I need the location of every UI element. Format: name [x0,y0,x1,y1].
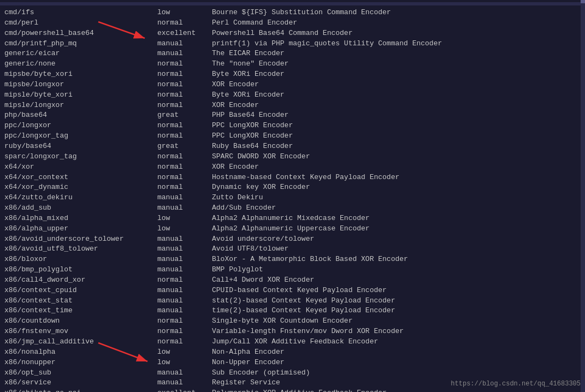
encoder-desc: Alpha2 Alphanumeric Mixedcase Encoder [212,213,581,224]
table-row: x64/zutto_dekirumanualZutto Dekiru [4,193,581,203]
encoder-rank: manual [157,265,212,275]
encoder-desc: Ruby Base64 Encoder [212,141,581,152]
encoder-name: cmd/powershell_base64 [4,28,157,39]
encoder-desc: Byte XORi Encoder [212,69,581,80]
encoder-desc: The "none" Encoder [212,59,581,69]
encoder-rank: low [157,358,212,368]
encoder-desc: Perl Command Encoder [212,18,581,28]
table-row: x64/xornormalXOR Encoder [4,162,581,173]
table-row: sparc/longxor_tagnormalSPARC DWORD XOR E… [4,152,581,162]
table-row: mipsle/longxornormalXOR Encoder [4,100,581,111]
encoder-desc: time(2)-based Context Keyed Payload Enco… [212,306,581,316]
table-row: x86/jmp_call_additivenormalJump/Call XOR… [4,337,581,347]
encoder-rank: manual [157,49,212,59]
terminal-window: cmd/ifslowBourne ${IFS} Substitution Com… [0,0,585,392]
encoder-desc: PPC LongXOR Encoder [212,131,581,141]
encoder-desc: Jump/Call XOR Additive Feedback Encoder [212,337,581,347]
table-row: x64/xor_dynamicnormalDynamic key XOR Enc… [4,182,581,193]
encoder-desc: Byte XORi Encoder [212,90,581,100]
encoder-desc: XOR Encoder [212,162,581,173]
scrollbar[interactable] [581,0,585,392]
encoder-desc: XOR Encoder [212,100,581,111]
table-row: x86/nonalphalowNon-Alpha Encoder [4,347,581,358]
encoder-desc: BMP Polyglot [212,265,581,275]
table-row: cmd/perlnormalPerl Command Encoder [4,18,581,28]
encoder-desc: Dynamic key XOR Encoder [212,182,581,193]
table-row: cmd/powershell_base64excellentPowershell… [4,28,581,39]
encoder-rank: manual [157,306,212,316]
table-row: cmd/ifslowBourne ${IFS} Substitution Com… [4,8,581,18]
encoder-rank: normal [157,316,212,326]
encoder-list: cmd/ifslowBourne ${IFS} Substitution Com… [0,8,585,392]
encoder-rank: manual [157,234,212,245]
encoder-name: x64/xor_dynamic [4,182,157,193]
encoder-name: x86/context_cpuid [4,286,157,296]
table-row: x86/context_cpuidmanualCPUID-based Conte… [4,286,581,296]
encoder-name: x86/context_time [4,306,157,316]
encoder-rank: normal [157,18,212,28]
table-row: x86/context_timemanualtime(2)-based Cont… [4,306,581,316]
encoder-rank: normal [157,275,212,286]
encoder-rank: manual [157,296,212,306]
table-row: x86/bloxormanualBloXor - A Metamorphic B… [4,254,581,265]
encoder-rank: manual [157,193,212,203]
table-row: cmd/printf_php_mqmanualprintf(1) via PHP… [4,39,581,49]
encoder-name: x86/bmp_polyglot [4,265,157,275]
encoder-name: x64/xor [4,162,157,173]
encoder-name: x86/bloxor [4,254,157,265]
scrollbar-thumb[interactable] [581,0,585,3]
table-row: x86/shikata_ga_naiexcellentPolymorphic X… [4,388,581,392]
encoder-rank: low [157,347,212,358]
encoder-desc: Sub Encoder (optimised) [212,368,581,378]
encoder-name: sparc/longxor_tag [4,152,157,162]
encoder-desc: Avoid underscore/tolower [212,234,581,245]
encoder-name: ppc/longxor_tag [4,131,157,141]
encoder-rank: normal [157,100,212,111]
encoder-rank: normal [157,152,212,162]
encoder-desc: Add/Sub Encoder [212,203,581,213]
encoder-name: x86/jmp_call_additive [4,337,157,347]
table-row: php/base64greatPHP Base64 Encoder [4,110,581,121]
table-row: x86/fnstenv_movnormalVariable-length Fns… [4,326,581,337]
table-row: generic/nonenormalThe "none" Encoder [4,59,581,69]
encoder-rank: normal [157,90,212,100]
encoder-rank: normal [157,80,212,90]
table-row: ppc/longxornormalPPC LongXOR Encoder [4,121,581,131]
encoder-desc: Variable-length Fnstenv/mov Dword XOR En… [212,326,581,337]
encoder-name: x86/add_sub [4,203,157,213]
encoder-rank: normal [157,182,212,193]
table-row: x86/alpha_mixedlowAlpha2 Alphanumeric Mi… [4,213,581,224]
encoder-rank: normal [157,131,212,141]
encoder-name: mipsle/longxor [4,100,157,111]
encoder-desc: Bourne ${IFS} Substitution Command Encod… [212,8,581,18]
encoder-desc: SPARC DWORD XOR Encoder [212,152,581,162]
table-row: mipsle/byte_xorinormalByte XORi Encoder [4,90,581,100]
encoder-name: mipsbe/longxor [4,80,157,90]
encoder-name: x86/call4_dword_xor [4,275,157,286]
table-row: mipsbe/longxornormalXOR Encoder [4,80,581,90]
encoder-rank: manual [157,286,212,296]
encoder-name: x86/service [4,378,157,388]
encoder-desc: CPUID-based Context Keyed Payload Encode… [212,286,581,296]
encoder-desc: Non-Alpha Encoder [212,347,581,358]
encoder-rank: low [157,8,212,18]
encoder-desc: BloXor - A Metamorphic Block Based XOR E… [212,254,581,265]
table-row: x86/countdownnormalSingle-byte XOR Count… [4,316,581,326]
encoder-desc: Non-Upper Encoder [212,358,581,368]
encoder-rank: manual [157,368,212,378]
rows-container: cmd/ifslowBourne ${IFS} Substitution Com… [4,8,581,392]
encoder-name: ppc/longxor [4,121,157,131]
encoder-name: x86/alpha_mixed [4,213,157,224]
encoder-name: cmd/printf_php_mq [4,39,157,49]
encoder-desc: Zutto Dekiru [212,193,581,203]
encoder-name: cmd/perl [4,18,157,28]
encoder-rank: manual [157,203,212,213]
encoder-rank: great [157,110,212,121]
table-row: x86/call4_dword_xornormalCall+4 Dword XO… [4,275,581,286]
encoder-name: x86/avoid_underscore_tolower [4,234,157,245]
encoder-rank: low [157,213,212,224]
encoder-desc: Powershell Base64 Command Encoder [212,28,581,39]
encoder-desc: printf(1) via PHP magic_quotes Utility C… [212,39,581,49]
encoder-rank: normal [157,162,212,173]
encoder-desc: stat(2)-based Context Keyed Payload Enco… [212,296,581,306]
